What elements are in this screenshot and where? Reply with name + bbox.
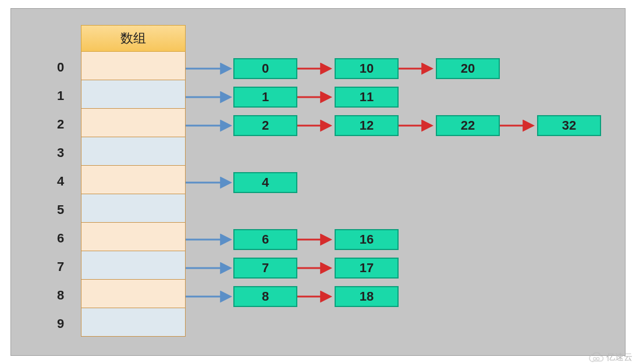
chain-node: 4: [233, 172, 297, 193]
chain-node: 11: [335, 87, 399, 108]
chain-node: 10: [335, 58, 399, 79]
chain-arrow: [500, 123, 535, 129]
row-index: 3: [52, 145, 69, 160]
bucket-arrow: [186, 66, 232, 72]
bucket-arrow: [186, 265, 232, 271]
chain-node: 18: [335, 286, 399, 307]
chain-arrow: [297, 294, 332, 299]
bucket-arrow: [186, 94, 232, 100]
chain-arrow: [297, 66, 332, 72]
chain-arrow: [399, 66, 434, 72]
array-cell: [81, 251, 186, 280]
chain-node: 16: [335, 229, 399, 250]
array-cell: [81, 280, 186, 308]
row-index: 5: [52, 202, 69, 217]
array-cell: [81, 308, 186, 337]
bucket-arrow: [186, 237, 232, 242]
row-index: 7: [52, 259, 69, 274]
chain-node: 22: [436, 115, 500, 136]
chain-arrow: [399, 123, 434, 129]
row-index: 8: [52, 288, 69, 303]
chain-node: 0: [233, 58, 297, 79]
watermark: 亿速云: [589, 352, 633, 363]
svg-point-16: [594, 357, 596, 360]
chain-node: 6: [233, 229, 297, 250]
array-cell: [81, 137, 186, 166]
array-cell: [81, 52, 186, 80]
row-index: 9: [52, 316, 69, 331]
chain-node: 32: [537, 115, 601, 136]
chain-node: 12: [335, 115, 399, 136]
row-index: 4: [52, 174, 69, 189]
array-cell: [81, 166, 186, 194]
chain-node: 20: [436, 58, 500, 79]
watermark-text: 亿速云: [606, 352, 633, 363]
array-cell: [81, 80, 186, 109]
chain-arrow: [297, 94, 332, 100]
chain-node: 8: [233, 286, 297, 307]
bucket-arrow: [186, 123, 232, 129]
row-index: 0: [52, 60, 69, 75]
row-index: 2: [52, 117, 69, 132]
diagram-canvas: 数组 0 1 2 3 4 5 6 7 8 9 0 10 20: [10, 8, 626, 356]
chain-node: 17: [335, 258, 399, 279]
array-header: 数组: [81, 25, 186, 52]
array-column: 数组: [81, 25, 186, 337]
row-index: 6: [52, 231, 69, 246]
array-cell: [81, 194, 186, 223]
cloud-icon: [589, 352, 604, 363]
chain-node: 7: [233, 258, 297, 279]
svg-point-17: [596, 357, 599, 360]
bucket-arrow: [186, 180, 232, 185]
chain-node: 2: [233, 115, 297, 136]
bucket-arrow: [186, 294, 232, 299]
chain-arrow: [297, 265, 332, 271]
chain-arrow: [297, 237, 332, 242]
array-cell: [81, 109, 186, 137]
row-index: 1: [52, 88, 69, 104]
chain-arrow: [297, 123, 332, 129]
chain-node: 1: [233, 87, 297, 108]
array-cell: [81, 223, 186, 251]
